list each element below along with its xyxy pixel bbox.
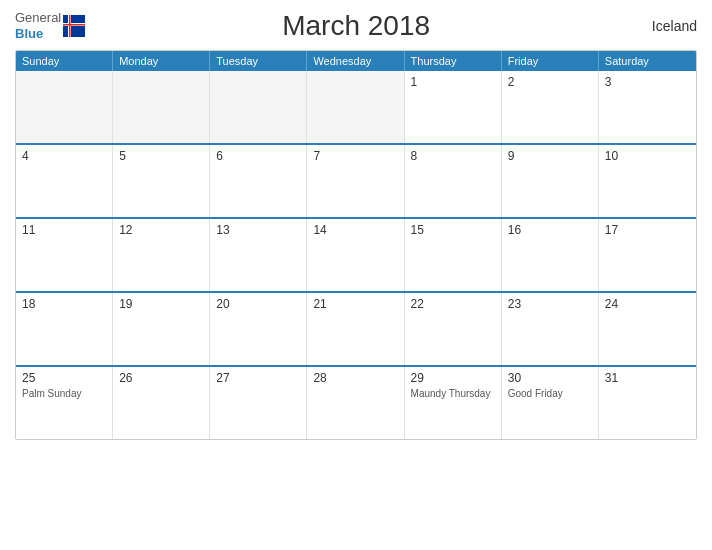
- calendar-cell: 17: [599, 219, 696, 291]
- weekday-thursday: Thursday: [405, 51, 502, 71]
- weekday-friday: Friday: [502, 51, 599, 71]
- logo: General Blue: [15, 10, 85, 41]
- calendar-cell: 13: [210, 219, 307, 291]
- calendar-cell: 10: [599, 145, 696, 217]
- day-number: 20: [216, 297, 300, 311]
- page-title: March 2018: [85, 10, 627, 42]
- svg-rect-3: [69, 15, 71, 37]
- calendar-cell: 27: [210, 367, 307, 439]
- day-number: 27: [216, 371, 300, 385]
- day-number: 24: [605, 297, 690, 311]
- weekday-tuesday: Tuesday: [210, 51, 307, 71]
- calendar-cell: 30 Good Friday: [502, 367, 599, 439]
- calendar-page: General Blue March 2018 Iceland Sunday M…: [0, 0, 712, 550]
- calendar-cell: 23: [502, 293, 599, 365]
- calendar-cell: 20: [210, 293, 307, 365]
- day-number: 18: [22, 297, 106, 311]
- day-number: 23: [508, 297, 592, 311]
- calendar-cell: 6: [210, 145, 307, 217]
- logo-blue: Blue: [15, 26, 61, 42]
- calendar-header: Sunday Monday Tuesday Wednesday Thursday…: [16, 51, 696, 71]
- calendar-cell: 8: [405, 145, 502, 217]
- calendar-cell: 22: [405, 293, 502, 365]
- day-number: 30: [508, 371, 592, 385]
- day-number: 15: [411, 223, 495, 237]
- calendar-row: 4 5 6 7 8 9 10: [16, 143, 696, 217]
- logo-text: General Blue: [15, 10, 61, 41]
- calendar-cell: [16, 71, 113, 143]
- calendar-row: 25 Palm Sunday 26 27 28 29 Maundy Thursd…: [16, 365, 696, 439]
- calendar-row: 11 12 13 14 15 16 17: [16, 217, 696, 291]
- calendar-cell: [113, 71, 210, 143]
- calendar-cell: 16: [502, 219, 599, 291]
- day-event: Maundy Thursday: [411, 387, 495, 400]
- calendar-cell: 4: [16, 145, 113, 217]
- weekday-wednesday: Wednesday: [307, 51, 404, 71]
- day-number: 14: [313, 223, 397, 237]
- day-number: 2: [508, 75, 592, 89]
- day-number: 28: [313, 371, 397, 385]
- calendar-cell: 26: [113, 367, 210, 439]
- calendar-cell: 14: [307, 219, 404, 291]
- calendar-cell: 18: [16, 293, 113, 365]
- calendar-cell: 1: [405, 71, 502, 143]
- calendar-cell: 2: [502, 71, 599, 143]
- day-event: Palm Sunday: [22, 387, 106, 400]
- calendar: Sunday Monday Tuesday Wednesday Thursday…: [15, 50, 697, 440]
- calendar-cell: 19: [113, 293, 210, 365]
- calendar-cell: 25 Palm Sunday: [16, 367, 113, 439]
- calendar-cell: 29 Maundy Thursday: [405, 367, 502, 439]
- calendar-cell: 21: [307, 293, 404, 365]
- weekday-monday: Monday: [113, 51, 210, 71]
- country-label: Iceland: [627, 18, 697, 34]
- weekday-saturday: Saturday: [599, 51, 696, 71]
- calendar-cell: [210, 71, 307, 143]
- calendar-cell: 9: [502, 145, 599, 217]
- svg-rect-4: [63, 24, 85, 26]
- day-number: 21: [313, 297, 397, 311]
- day-event: Good Friday: [508, 387, 592, 400]
- day-number: 16: [508, 223, 592, 237]
- day-number: 31: [605, 371, 690, 385]
- day-number: 10: [605, 149, 690, 163]
- day-number: 17: [605, 223, 690, 237]
- calendar-cell: 11: [16, 219, 113, 291]
- day-number: 4: [22, 149, 106, 163]
- day-number: 1: [411, 75, 495, 89]
- calendar-cell: 3: [599, 71, 696, 143]
- calendar-cell: 24: [599, 293, 696, 365]
- day-number: 29: [411, 371, 495, 385]
- calendar-row: 18 19 20 21 22 23 24: [16, 291, 696, 365]
- day-number: 8: [411, 149, 495, 163]
- calendar-cell: [307, 71, 404, 143]
- calendar-cell: 5: [113, 145, 210, 217]
- calendar-cell: 7: [307, 145, 404, 217]
- day-number: 7: [313, 149, 397, 163]
- logo-general: General: [15, 10, 61, 26]
- day-number: 5: [119, 149, 203, 163]
- day-number: 12: [119, 223, 203, 237]
- flag-icon: [63, 15, 85, 37]
- day-number: 26: [119, 371, 203, 385]
- weekday-sunday: Sunday: [16, 51, 113, 71]
- day-number: 11: [22, 223, 106, 237]
- day-number: 6: [216, 149, 300, 163]
- calendar-body: 1 2 3 4 5 6 7 8 9 10 11: [16, 71, 696, 439]
- calendar-row: 1 2 3: [16, 71, 696, 143]
- day-number: 9: [508, 149, 592, 163]
- calendar-cell: 15: [405, 219, 502, 291]
- day-number: 19: [119, 297, 203, 311]
- calendar-cell: 31: [599, 367, 696, 439]
- calendar-cell: 28: [307, 367, 404, 439]
- day-number: 13: [216, 223, 300, 237]
- page-header: General Blue March 2018 Iceland: [15, 10, 697, 42]
- calendar-cell: 12: [113, 219, 210, 291]
- day-number: 3: [605, 75, 690, 89]
- day-number: 22: [411, 297, 495, 311]
- day-number: 25: [22, 371, 106, 385]
